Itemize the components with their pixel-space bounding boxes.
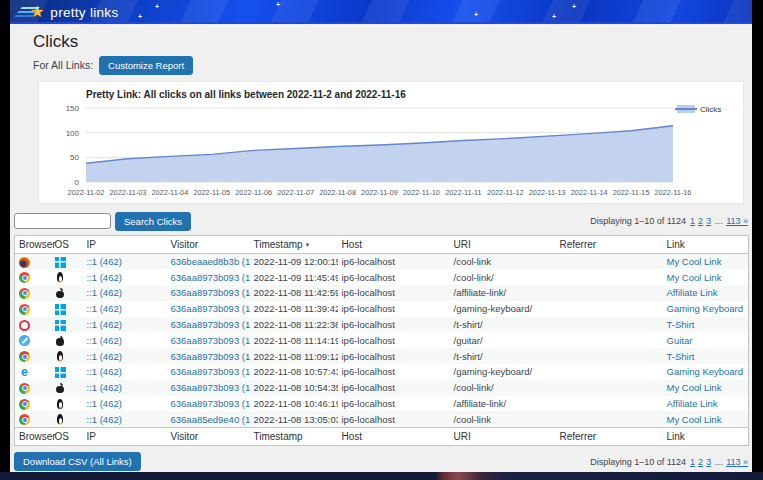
col-uri[interactable]: URI [450,427,556,445]
page-link-last[interactable]: 113 » [726,457,748,467]
col-uri[interactable]: URI [450,236,556,254]
linux-os-icon [55,414,66,425]
pretty-link[interactable]: My Cool Link [667,414,722,425]
timestamp-cell: 2022-11-08 10:46:19 [250,396,338,412]
visitor-link[interactable]: 636aa8973b093 (1) [171,319,250,330]
page-link-1[interactable]: 1 [690,216,695,226]
svg-text:2022-11-04: 2022-11-04 [151,188,188,197]
col-visitor[interactable]: Visitor [167,236,250,254]
visitor-link[interactable]: 636aa8973b093 (1) [171,287,250,298]
pretty-link[interactable]: My Cool Link [667,256,722,267]
col-referrer[interactable]: Referrer [556,427,663,445]
page-link-2[interactable]: 2 [698,457,703,467]
chrome-browser-icon [19,304,30,315]
search-clicks-button[interactable]: Search Clicks [115,212,191,231]
host-cell: ip6-localhost [338,254,450,270]
col-os[interactable]: OS [51,427,83,445]
timestamp-cell: 2022-11-08 11:22:36 [250,317,338,333]
page-link-3[interactable]: 3 [706,457,711,467]
ip-link[interactable]: ::1 (462) [87,366,122,377]
host-cell: ip6-localhost [338,269,450,285]
pretty-link[interactable]: My Cool Link [667,272,722,283]
apple-os-icon [55,383,66,394]
page-link-last[interactable]: 113 » [726,216,748,226]
pagination-display-text: Displaying 1–10 of 1124 [590,216,686,226]
ip-link[interactable]: ::1 (462) [87,351,122,362]
ip-link[interactable]: ::1 (462) [87,319,122,330]
page-link-3[interactable]: 3 [706,216,711,226]
visitor-link[interactable]: 636aa8973b093 (1) [171,335,250,346]
visitor-link[interactable]: 636aa8973b093 (1) [171,272,250,283]
visitor-link[interactable]: 636aa8973b093 (1) [171,351,250,362]
chrome-browser-icon [19,399,30,410]
ip-link[interactable]: ::1 (462) [87,287,122,298]
referrer-cell [556,317,663,333]
ip-link[interactable]: ::1 (462) [87,398,122,409]
col-browser[interactable]: Browser [15,236,51,254]
customize-report-button[interactable]: Customize Report [99,56,193,75]
clicks-chart-svg: 0501001502022-11-022022-11-032022-11-042… [39,104,743,203]
search-row: Search Clicks Displaying 1–10 of 1124 12… [14,212,748,230]
windows-os-icon [55,367,66,378]
table-row: ::1 (462) 636aa8973b093 (1) 2022-11-08 1… [15,348,749,364]
ip-link[interactable]: ::1 (462) [87,414,122,425]
col-visitor[interactable]: Visitor [167,427,250,445]
download-csv-button[interactable]: Download CSV (All Links) [14,452,141,471]
windows-os-icon [55,320,66,331]
visitor-link[interactable]: 636aa85ed9e40 (1) [171,414,250,425]
col-ip[interactable]: IP [83,236,167,254]
pretty-link[interactable]: Gaming Keyboard [667,366,744,377]
clicks-table: Browser OS IP Visitor Timestamp▼ Host UR… [14,235,749,446]
search-input[interactable] [14,213,111,229]
col-ip[interactable]: IP [83,427,167,445]
page-links: 123…113 » [690,457,748,467]
page-link-1[interactable]: 1 [690,457,695,467]
table-row: ::1 (462) 636aa8973b093 (1) 2022-11-08 1… [15,380,749,396]
page-link-2[interactable]: 2 [698,216,703,226]
sparkle-icon: + [474,11,478,18]
pretty-link[interactable]: Guitar [667,335,693,346]
chrome-browser-icon [19,351,30,362]
col-timestamp[interactable]: Timestamp [250,427,338,445]
sort-desc-icon: ▼ [305,242,311,248]
visitor-link[interactable]: 636beaaed8b3b (1) [171,256,250,267]
pretty-link[interactable]: Affiliate Link [667,287,718,298]
page-ellipsis: … [714,457,723,467]
ip-link[interactable]: ::1 (462) [87,303,122,314]
ip-link[interactable]: ::1 (462) [87,256,122,267]
timestamp-cell: 2022-11-08 11:14:19 [250,332,338,348]
screen: ★ pretty links + + + + + + Clicks For Al… [0,0,763,480]
ip-link[interactable]: ::1 (462) [87,335,122,346]
pretty-link[interactable]: T-Shirt [667,351,695,362]
col-timestamp[interactable]: Timestamp▼ [250,236,338,254]
col-host[interactable]: Host [338,427,450,445]
visitor-link[interactable]: 636aa8973b093 (1) [171,366,250,377]
col-os[interactable]: OS [51,236,83,254]
svg-text:50: 50 [70,153,79,162]
table-row: ::1 (462) 636aa8973b093 (1) 2022-11-08 1… [15,396,749,412]
visitor-link[interactable]: 636aa8973b093 (1) [171,398,250,409]
linux-os-icon [55,272,66,283]
sparkle-icon: + [552,13,556,20]
ip-link[interactable]: ::1 (462) [87,382,122,393]
svg-text:2022-11-06: 2022-11-06 [235,188,272,197]
visitor-link[interactable]: 636aa8973b093 (1) [171,303,250,314]
col-browser[interactable]: Browser [15,427,51,445]
col-link[interactable]: Link [663,236,749,254]
ip-link[interactable]: ::1 (462) [87,272,122,283]
uri-cell: /cool-link/ [450,380,556,396]
footer-row: Download CSV (All Links) Displaying 1–10… [14,452,748,472]
pretty-link[interactable]: My Cool Link [667,382,722,393]
admin-page: ★ pretty links + + + + + + Clicks For Al… [10,0,752,480]
pretty-link[interactable]: Gaming Keyboard [667,303,744,314]
pretty-link[interactable]: T-Shirt [667,319,695,330]
chrome-browser-icon [19,288,30,299]
host-cell: ip6-localhost [338,285,450,301]
pretty-link[interactable]: Affiliate Link [667,398,718,409]
col-link[interactable]: Link [663,427,749,445]
chrome-browser-icon [19,383,30,394]
col-host[interactable]: Host [338,236,450,254]
visitor-link[interactable]: 636aa8973b093 (1) [171,382,250,393]
table-row: ::1 (462) 636aa85ed9e40 (1) 2022-11-08 1… [15,411,749,427]
col-referrer[interactable]: Referrer [556,236,663,254]
